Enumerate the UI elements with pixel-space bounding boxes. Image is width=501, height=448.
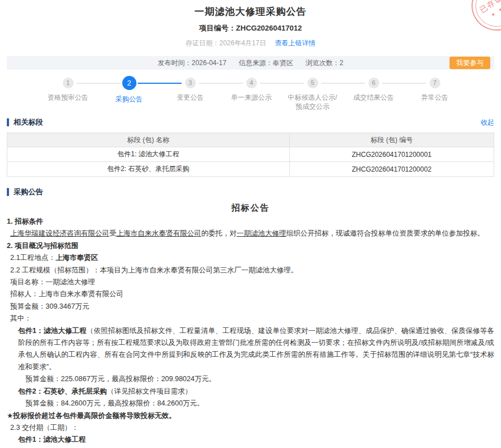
step-label: 成交结果公告 bbox=[343, 93, 404, 102]
project-number-line: 项目编号：ZHCG20260417012 bbox=[0, 23, 501, 33]
step-label: 变更公告 bbox=[160, 93, 221, 102]
step-change-announcement[interactable]: 3 变更公告 bbox=[160, 76, 221, 111]
step-dot: 2 bbox=[122, 76, 136, 90]
line-project-scale: 2.2 工程规模（招标范围）：本项目为上海市自来水奉贤有限公司第三水厂一期滤池大… bbox=[10, 264, 494, 276]
line-project-location: 2.1工程地点：上海市奉贤区 bbox=[10, 252, 494, 264]
lot2-name: 包件2: 石英砂、承托层采购 bbox=[7, 162, 290, 177]
package1-budget-line: 预算金额：225.0867万元，最高投标限价：209.98024万元。 bbox=[25, 373, 494, 385]
publish-info-bar: 发布时间：2026-04-17 信息来源：奉贤区 浏览次数：2 我要参与 bbox=[7, 56, 494, 70]
package1-title: 包件1：滤池大修工程 bbox=[18, 327, 87, 335]
step-single-source[interactable]: 4 单一来源公示 bbox=[221, 76, 282, 111]
agent-company: 上海华瑞建设经济咨询有限公司 bbox=[10, 229, 109, 237]
step-label: 资格预审公告 bbox=[37, 93, 99, 102]
project-number-value: ZHCG20260417012 bbox=[236, 24, 302, 32]
step-dot: 1 bbox=[63, 78, 74, 88]
lot1-code-link[interactable]: ZHCG2026041701200001 bbox=[289, 147, 494, 162]
related-lots-header: 相关标段 收起 bbox=[7, 117, 494, 127]
package2-scope-line: 包件2：石英砂、承托层采购（详见招标文件项目需求） bbox=[18, 386, 494, 398]
package1-scope-paragraph: 包件1：滤池大修工程（依照招标图纸及招标文件、工程量清单、工程现场、建设单位要求… bbox=[18, 325, 494, 374]
line-total-budget: 预算金额：309.3467万元 bbox=[10, 301, 494, 313]
step-label: 中标候选人公示/预成交公示 bbox=[282, 93, 343, 111]
col-lot-name: 标段 (包) 名称 bbox=[7, 133, 290, 147]
step-connector bbox=[138, 83, 182, 84]
col-lot-code: 标段 (包) 编号 bbox=[289, 133, 494, 147]
lot2-code: ZHCG2026041701200002 bbox=[289, 162, 494, 177]
announcement-step-nav: 1 资格预审公告 2 采购公告 3 变更公告 4 单一来源公示 5 中标候选人公… bbox=[37, 76, 465, 111]
heading-project-overview: 2. 项目概况与招标范围 bbox=[7, 240, 494, 252]
line-delivery-period: 2.3 交付期（工期）： bbox=[10, 422, 494, 434]
step-dot: 5 bbox=[307, 78, 318, 88]
participate-button[interactable]: 我要参与 bbox=[449, 57, 490, 69]
step-dot: 6 bbox=[369, 78, 379, 88]
info-source: 信息来源：奉贤区 bbox=[239, 58, 293, 68]
view-chain-details-link[interactable]: 查看上链详情 bbox=[275, 39, 316, 47]
price-limit-warning: ★投标报价超过各包件最高限价金额将导致投标无效。 bbox=[7, 410, 494, 422]
lots-table-header-row: 标段 (包) 名称 标段 (包) 编号 bbox=[7, 133, 494, 147]
bid-conditions-paragraph: 上海华瑞建设经济咨询有限公司受上海市自来水奉贤有限公司的委托，对一期滤池大修理组… bbox=[10, 228, 494, 240]
procurement-announcement-title: 采购公告 bbox=[14, 187, 43, 197]
delivery-package1-title: 包件1：滤池大修工程 bbox=[18, 434, 494, 446]
table-row: 包件1: 滤池大修工程 ZHCG2026041701200001 bbox=[7, 147, 494, 162]
step-prequalification[interactable]: 1 资格预审公告 bbox=[37, 76, 99, 111]
line-among: 其中： bbox=[10, 313, 494, 325]
step-candidate-publicity[interactable]: 5 中标候选人公示/预成交公示 bbox=[282, 76, 343, 111]
package2-budget-line: 预算金额：84.2600万元，最高投标限价：84.2600万元。 bbox=[25, 398, 494, 409]
step-label: 采购公告 bbox=[99, 95, 160, 104]
step-dot: 3 bbox=[185, 78, 196, 88]
announcement-document: 招标公告 1. 招标条件 上海华瑞建设经济咨询有限公司受上海市自来水奉贤有限公司… bbox=[7, 201, 494, 448]
doc-title: 招标公告 bbox=[7, 201, 494, 215]
cert-line: 存证日期：2026年4月17日 查看上链详情 bbox=[0, 39, 501, 48]
step-abnormal-announcement[interactable]: 7 异常公告 bbox=[404, 76, 465, 111]
page-header: 一期滤池大修理采购公告 项目编号：ZHCG20260417012 存证日期：20… bbox=[0, 0, 501, 48]
line-tenderer: 招标人：上海市自来水奉贤有限公司 bbox=[10, 288, 494, 300]
step-connector bbox=[321, 83, 365, 84]
publish-time: 发布时间：2026-04-17 bbox=[157, 58, 226, 68]
related-lots-title: 相关标段 bbox=[14, 117, 43, 127]
cert-date-value: 2026年4月17日 bbox=[219, 39, 266, 47]
step-connector bbox=[199, 83, 243, 84]
line-project-name: 项目名称：一期滤池大修理 bbox=[10, 276, 494, 288]
step-connector bbox=[260, 83, 304, 84]
page-title: 一期滤池大修理采购公告 bbox=[0, 5, 501, 18]
step-result-announcement[interactable]: 6 成交结果公告 bbox=[343, 76, 404, 111]
view-count: 浏览次数：2 bbox=[306, 58, 344, 68]
step-connector bbox=[76, 83, 121, 84]
cert-date-label: 存证日期： bbox=[185, 39, 219, 47]
heading-bid-conditions: 1. 招标条件 bbox=[7, 216, 494, 228]
collapse-link[interactable]: 收起 bbox=[481, 118, 494, 127]
step-label: 异常公告 bbox=[404, 93, 465, 102]
step-connector bbox=[382, 83, 426, 84]
package2-title: 包件2：石英砂、承托层采购 bbox=[18, 387, 107, 395]
project-number-label: 项目编号： bbox=[199, 24, 236, 32]
lots-table: 标段 (包) 名称 标段 (包) 编号 包件1: 滤池大修工程 ZHCG2026… bbox=[7, 133, 494, 177]
step-procurement-announcement[interactable]: 2 采购公告 bbox=[99, 76, 160, 111]
procurement-announcement-header: 采购公告 bbox=[7, 187, 494, 197]
step-label: 单一来源公示 bbox=[221, 93, 282, 102]
step-dot: 4 bbox=[246, 78, 257, 88]
step-dot: 7 bbox=[430, 78, 440, 88]
owner-company: 上海市自来水奉贤有限公司 bbox=[117, 229, 202, 237]
project-name-inline: 一期滤池大修理 bbox=[237, 229, 286, 237]
section-bar-icon bbox=[7, 188, 9, 196]
table-row: 包件2: 石英砂、承托层采购 ZHCG2026041701200002 bbox=[7, 162, 494, 177]
lot1-name-link[interactable]: 包件1: 滤池大修工程 bbox=[7, 147, 290, 162]
section-bar-icon bbox=[7, 118, 9, 126]
